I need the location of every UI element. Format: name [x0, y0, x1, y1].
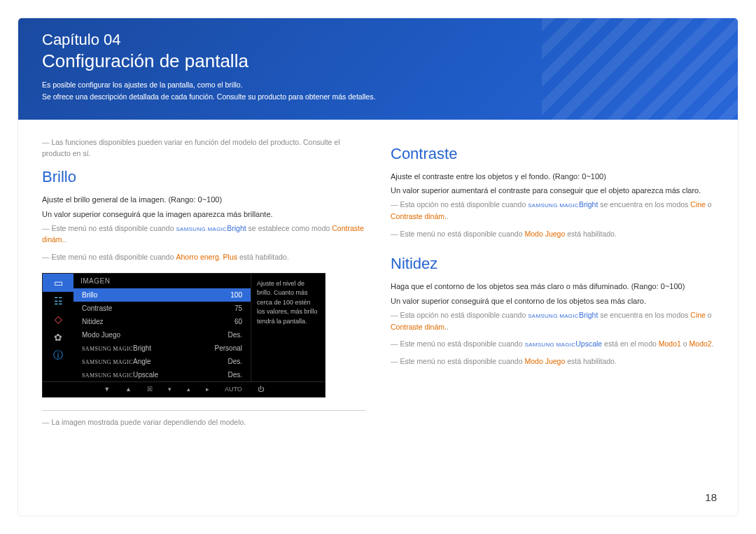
heading-nitidez: Nitidez: [391, 255, 714, 273]
osd-row: Brillo100: [74, 288, 251, 302]
nav-power-icon: ⏻: [258, 386, 264, 393]
header-desc-2: Se ofrece una descripción detallada de c…: [42, 91, 714, 103]
nitidez-note-3: Este menú no está disponible cuando Modo…: [391, 356, 714, 367]
osd-title: IMAGEN: [74, 274, 251, 288]
chapter-header: Capítulo 04 Configuración de pantalla Es…: [18, 18, 738, 120]
header-desc-1: Es posible configurar los ajustes de la …: [42, 79, 714, 91]
osd-tabs: ▭ ☷ ◇ ✿ ⓘ: [43, 274, 74, 381]
contraste-desc-1: Ajuste el contraste entre los objetos y …: [391, 170, 714, 183]
nav-auto: AUTO: [225, 386, 242, 393]
osd-screenshot: ▭ ☷ ◇ ✿ ⓘ IMAGEN Brillo100Contraste75Nit…: [42, 273, 326, 398]
contraste-note-2: Este menú no está disponible cuando Modo…: [391, 228, 714, 240]
brillo-note-2: Este menú no está disponible cuando Ahor…: [42, 251, 365, 263]
page-number: 18: [705, 491, 717, 503]
nav-close-icon: ☒: [147, 386, 153, 393]
nav-enter-icon: ▸: [206, 386, 209, 393]
osd-body: ▭ ☷ ◇ ✿ ⓘ IMAGEN Brillo100Contraste75Nit…: [43, 274, 325, 381]
heading-contraste: Contraste: [391, 145, 714, 163]
heading-brillo: Brillo: [42, 168, 365, 186]
page-title: Configuración de pantalla: [42, 50, 714, 72]
right-column: Contraste Ajuste el contraste entre los …: [391, 136, 714, 434]
osd-help-text: Ajuste el nivel de brillo. Cuanto más ce…: [251, 274, 325, 381]
tab-info-icon: ⓘ: [43, 346, 74, 365]
osd-row: SAMSUNG MAGICUpscaleDes.: [74, 368, 251, 381]
osd-row: SAMSUNG MAGICAngleDes.: [74, 355, 251, 368]
tab-color-icon: ☷: [43, 292, 74, 310]
tab-settings-icon: ✿: [43, 328, 74, 346]
contraste-desc-2: Un valor superior aumentará el contraste…: [391, 184, 714, 197]
brillo-desc-2: Un valor superior conseguirá que la imag…: [42, 208, 365, 221]
top-note: Las funciones disponibles pueden variar …: [42, 136, 365, 160]
osd-list: IMAGEN Brillo100Contraste75Nitidez60Modo…: [74, 274, 251, 381]
image-model-note: La imagen mostrada puede variar dependie…: [42, 416, 365, 428]
chapter-label: Capítulo 04: [42, 31, 714, 49]
osd-row: Modo JuegoDes.: [74, 328, 251, 342]
tab-size-icon: ◇: [43, 310, 74, 328]
left-column: Las funciones disponibles pueden variar …: [42, 136, 365, 434]
osd-footer: ▼ ▲ ☒ ▾ ▴ ▸ AUTO ⏻: [43, 381, 325, 397]
brillo-desc-1: Ajuste el brillo general de la imagen. (…: [42, 193, 365, 206]
page: Capítulo 04 Configuración de pantalla Es…: [18, 17, 738, 517]
brillo-note-1: Este menú no está disponible cuando SAMS…: [42, 223, 365, 246]
osd-row: SAMSUNG MAGICBrightPersonal: [74, 342, 251, 355]
nitidez-desc-1: Haga que el contorno de los objetos sea …: [391, 280, 714, 293]
osd-main: IMAGEN Brillo100Contraste75Nitidez60Modo…: [74, 274, 325, 381]
nitidez-desc-2: Un valor superior conseguirá que el cont…: [391, 295, 714, 308]
tab-image-icon: ▭: [43, 274, 74, 292]
nav-down2-icon: ▾: [168, 386, 172, 393]
nitidez-note-2: Este menú no está disponible cuando SAMS…: [391, 338, 714, 350]
nav-down-icon: ▼: [104, 386, 110, 393]
nitidez-note-1: Esta opción no está disponible cuando SA…: [391, 309, 714, 333]
content: Las funciones disponibles pueden variar …: [18, 120, 738, 451]
osd-row: Contraste75: [74, 302, 251, 315]
nav-up2-icon: ▴: [187, 386, 190, 393]
nav-up-icon: ▲: [125, 386, 132, 393]
osd-row: Nitidez60: [74, 315, 251, 328]
divider: [42, 410, 365, 411]
contraste-note-1: Esta opción no está disponible cuando SA…: [391, 199, 714, 223]
